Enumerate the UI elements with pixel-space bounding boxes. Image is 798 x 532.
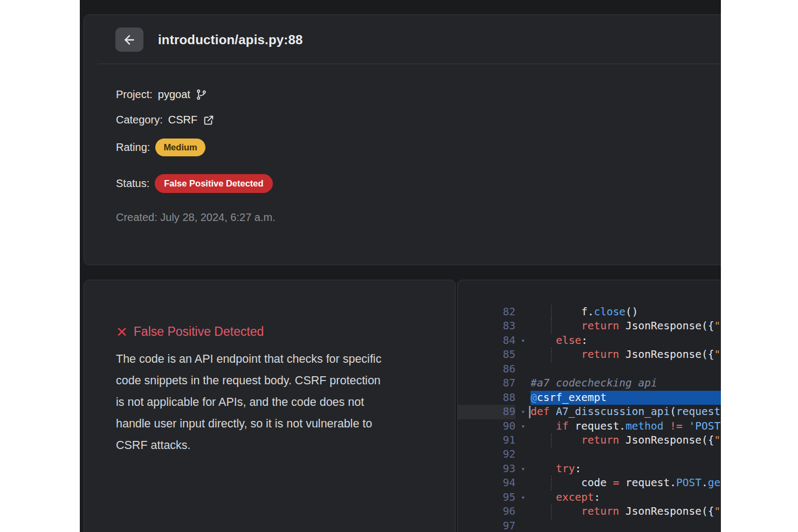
code-text: return JsonResponse({": [531, 433, 721, 447]
indent-guide: [551, 305, 552, 319]
code-line-97: 97: [458, 519, 721, 532]
line-number: 92: [458, 447, 515, 461]
code-text: [531, 362, 721, 376]
fold-gutter: [515, 433, 531, 447]
status-badge: False Positive Detected: [155, 174, 272, 193]
indent-guide: [551, 476, 552, 490]
indent-guide: [551, 433, 552, 447]
code-line-91: 91 return JsonResponse({": [458, 433, 721, 447]
line-number: 95: [458, 490, 515, 505]
fold-gutter: [515, 319, 531, 333]
line-number: 93: [458, 462, 515, 476]
project-label: Project:: [116, 88, 153, 101]
meta-row-category: Category: CSRF: [116, 114, 215, 126]
fold-arrow-icon[interactable]: ▾: [515, 419, 531, 433]
arrow-left-icon: [122, 33, 136, 47]
fold-gutter: [515, 447, 531, 461]
code-line-84: 84▾ else:: [458, 334, 721, 348]
code-text: try:: [531, 462, 721, 476]
code-text: f.close(): [531, 305, 721, 319]
app-window: introduction/apis.py:88 Project: pygoat …: [80, 0, 721, 532]
x-mark-icon: ✕: [116, 325, 128, 339]
code-text: def A7_disscussion_api(request: [531, 405, 721, 419]
code-line-86: 86: [458, 362, 721, 376]
external-link-icon[interactable]: [203, 114, 215, 126]
indent-guide: [551, 319, 552, 333]
line-number: 88: [458, 391, 515, 405]
project-value: pygoat: [158, 88, 190, 101]
rating-label: Rating:: [116, 141, 150, 154]
code-line-89: 89▾def A7_disscussion_api(request: [458, 405, 721, 419]
code-text: @csrf_exempt: [531, 391, 721, 405]
code-line-92: 92: [458, 447, 721, 461]
detail-card-header: introduction/apis.py:88: [84, 15, 721, 52]
fold-gutter: [515, 476, 531, 490]
line-number: 87: [458, 376, 515, 390]
code-text: #a7 codechecking api: [531, 376, 721, 390]
fold-gutter: [515, 505, 531, 519]
indent-guide: [551, 505, 552, 519]
code-line-87: 87#a7 codechecking api: [458, 376, 721, 390]
category-value: CSRF: [168, 114, 197, 126]
fold-gutter: [515, 348, 531, 362]
rating-badge: Medium: [155, 139, 205, 156]
analysis-body-text: The code is an API endpoint that checks …: [116, 348, 391, 456]
line-number: 82: [458, 305, 515, 319]
category-label: Category:: [116, 114, 163, 126]
line-number: 90: [458, 419, 515, 433]
fold-arrow-icon[interactable]: ▾: [515, 490, 531, 505]
fold-gutter: [515, 376, 531, 390]
code-line-93: 93▾ try:: [458, 462, 721, 476]
fold-gutter: [515, 391, 531, 405]
code-viewer-card: -- 82 f.close()83 return JsonResponse({"…: [457, 280, 721, 532]
back-button[interactable]: [115, 27, 143, 52]
code-line-95: 95▾ except:: [458, 490, 721, 505]
code-line-96: 96 return JsonResponse({": [458, 505, 721, 519]
finding-detail-card: introduction/apis.py:88 Project: pygoat …: [84, 15, 721, 265]
line-number: 91: [458, 433, 515, 447]
line-number: 89: [458, 405, 515, 419]
code-line-88: 88@csrf_exempt: [458, 391, 721, 405]
code-line-85: 85 return JsonResponse({": [458, 348, 721, 362]
meta-row-project: Project: pygoat: [116, 88, 207, 101]
code-text: [531, 447, 721, 461]
line-number: 84: [458, 334, 515, 348]
analysis-card: ✕ False Positive Detected The code is an…: [84, 280, 456, 532]
fold-gutter: [515, 519, 531, 532]
code-text: [531, 519, 721, 532]
code-text: return JsonResponse({": [531, 319, 721, 333]
code-text: return JsonResponse({": [531, 505, 721, 519]
code-editor[interactable]: 82 f.close()83 return JsonResponse({"84▾…: [458, 305, 721, 532]
code-text: code = request.POST.ge: [531, 476, 721, 490]
status-label: Status:: [116, 177, 149, 190]
line-number: 83: [458, 319, 515, 333]
indent-guide: [551, 348, 552, 362]
fold-arrow-icon[interactable]: ▾: [515, 334, 531, 348]
header-divider: [98, 64, 721, 64]
meta-row-rating: Rating: Medium: [116, 139, 205, 156]
code-text: if request.method != 'POST: [531, 419, 721, 433]
code-text: else:: [531, 334, 721, 348]
code-line-90: 90▾ if request.method != 'POST: [458, 419, 721, 433]
code-text: return JsonResponse({": [531, 348, 721, 362]
meta-row-status: Status: False Positive Detected: [116, 174, 273, 193]
line-number: 94: [458, 476, 515, 490]
created-timestamp: Created: July 28, 2024, 6:27 a.m.: [116, 211, 276, 224]
fold-arrow-icon[interactable]: ▾: [515, 462, 531, 476]
analysis-heading-text: False Positive Detected: [134, 324, 264, 339]
code-text: except:: [531, 490, 721, 505]
page-title: introduction/apis.py:88: [158, 32, 303, 47]
code-line-83: 83 return JsonResponse({": [458, 319, 721, 333]
analysis-heading: ✕ False Positive Detected: [116, 324, 264, 339]
code-line-94: 94 code = request.POST.ge: [458, 476, 721, 490]
git-branch-icon[interactable]: [196, 89, 207, 100]
line-number: 86: [458, 362, 515, 376]
code-line-82: 82 f.close(): [458, 305, 721, 319]
fold-gutter: [515, 305, 531, 319]
fold-gutter: [515, 362, 531, 376]
fold-arrow-icon[interactable]: ▾: [515, 405, 531, 419]
line-number: 85: [458, 348, 515, 362]
line-number: 96: [458, 505, 515, 519]
text-cursor: [529, 406, 531, 418]
line-number: 97: [458, 519, 515, 532]
